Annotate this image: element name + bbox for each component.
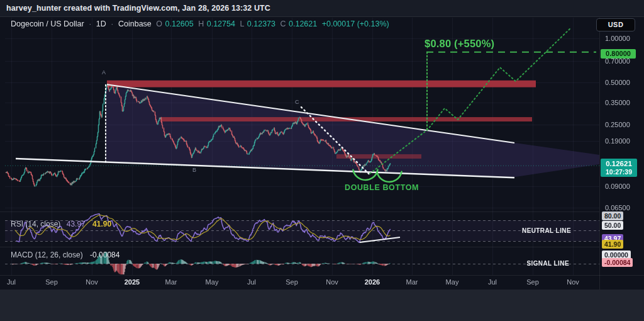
price-tick-label: 0.25000: [605, 121, 630, 128]
interval-label[interactable]: 1D: [96, 20, 106, 28]
time-tick-label: Jul: [0, 278, 24, 286]
close-value: 0.12621: [289, 20, 317, 28]
time-tick-label: 2025: [119, 278, 145, 286]
high-label: H: [198, 20, 204, 28]
signal-line-annotation[interactable]: SIGNAL LINE: [526, 260, 569, 267]
attribution-text: harvey_hunter created with TradingView.c…: [6, 4, 270, 13]
price-tick-label: 0.19000: [605, 137, 630, 145]
indicator-axis-label: 80.00: [602, 211, 623, 220]
wave-letter-label: B: [192, 167, 196, 173]
target-price-label: 0.80000: [601, 49, 636, 59]
price-tick-label: 0.35000: [605, 99, 630, 106]
macd-legend: MACD (12, 26, close) -0.00084: [11, 251, 119, 259]
tradingview-share-image: harvey_hunter created with TradingView.c…: [0, 0, 644, 321]
time-tick-label: May: [199, 278, 225, 286]
close-label: C: [280, 20, 286, 28]
price-tick-label: 0.09000: [605, 183, 630, 190]
rsi-ma-value: 41.90: [92, 220, 111, 228]
double-bottom-annotation[interactable]: DOUBLE BOTTOM: [345, 183, 419, 192]
price-tick-label: 0.06500: [605, 204, 630, 211]
time-tick-label: Mar: [158, 278, 184, 286]
wave-letter-label: A: [102, 69, 106, 76]
time-tick-label: Mar: [399, 278, 425, 286]
current-price-value: 0.12621: [601, 159, 637, 168]
price-tick-label: 0.50000: [605, 79, 630, 86]
price-tick-label: 1.00000: [605, 35, 630, 42]
legend-separator: ·: [89, 20, 91, 28]
change-value: +0.00017 (+0.13%): [322, 20, 389, 28]
exchange-label: Coinbase: [118, 20, 152, 28]
legend-separator: ·: [111, 20, 113, 28]
indicator-axis-label: 41.90: [602, 240, 623, 249]
symbol-legend: Dogecoin / US Dollar · 1D · Coinbase O 0…: [11, 20, 392, 29]
currency-toggle-button[interactable]: USD: [596, 18, 635, 31]
indicator-axis-label: 50.00: [602, 221, 623, 230]
time-tick-label: Nov: [79, 278, 104, 286]
price-target-annotation[interactable]: $0.80 (+550%): [425, 38, 494, 50]
time-tick-label: Sep: [39, 278, 64, 286]
low-label: L: [240, 20, 244, 28]
rsi-title[interactable]: RSI (14, close): [11, 220, 60, 228]
current-price-countdown: 10:27:39: [601, 168, 637, 176]
neutral-line-annotation[interactable]: NEUTRAL LINE: [522, 227, 571, 234]
macd-value: -0.00084: [90, 251, 119, 259]
attribution-bar: harvey_hunter created with TradingView.c…: [0, 0, 644, 17]
indicator-axis-label: -0.00084: [602, 258, 633, 267]
low-value: 0.12373: [247, 20, 275, 28]
time-tick-label: Sep: [279, 278, 304, 286]
current-price-label: 0.1262110:27:39: [601, 159, 637, 177]
time-tick-label: Sep: [520, 278, 545, 286]
symbol-name[interactable]: Dogecoin / US Dollar: [11, 20, 84, 28]
open-value: 0.12605: [165, 20, 194, 28]
high-value: 0.12754: [207, 20, 235, 28]
price-chart-canvas[interactable]: [0, 0, 644, 321]
wave-letter-label: C: [295, 99, 299, 105]
rsi-legend: RSI (14, close) 43.97 41.90: [11, 220, 111, 228]
time-tick-label: May: [440, 278, 465, 286]
macd-title[interactable]: MACD (12, 26, close): [11, 251, 83, 259]
time-tick-label: Jul: [239, 278, 264, 286]
bottom-bar: TradingView: [0, 290, 644, 321]
time-tick-label: Nov: [560, 278, 586, 286]
time-tick-label: Jul: [480, 278, 505, 286]
time-tick-label: Nov: [319, 278, 345, 286]
open-label: O: [156, 20, 162, 28]
time-tick-label: 2026: [360, 278, 385, 286]
rsi-value: 43.97: [67, 220, 86, 228]
